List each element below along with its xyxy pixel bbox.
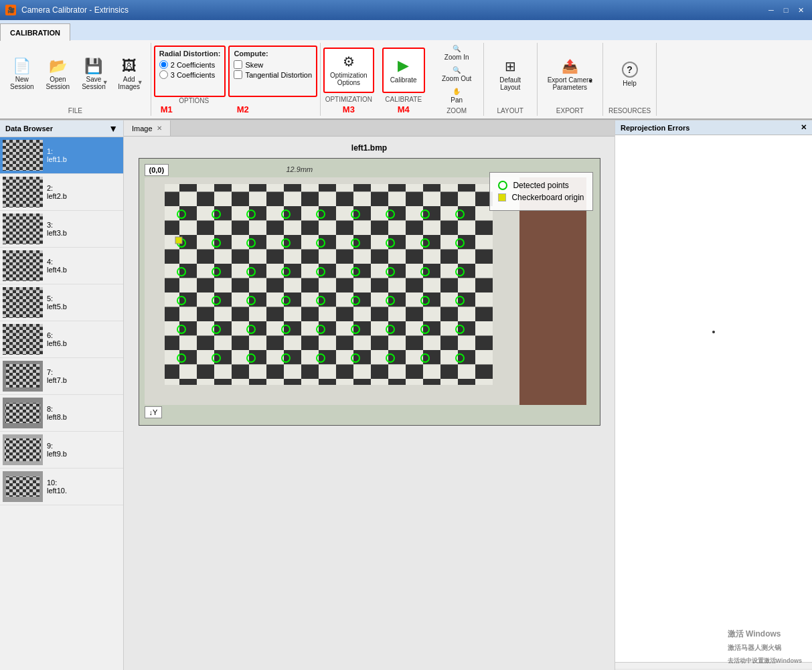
svg-rect-4 <box>3 140 43 171</box>
sidebar-thumb-8 <box>3 398 43 428</box>
sidebar: Data Browser ▼ <box>0 120 124 670</box>
zoom-buttons: 🔍 Zoom In 🔍 Zoom Out ✋ Pan <box>438 43 475 106</box>
svg-rect-8 <box>3 287 43 318</box>
svg-rect-9 <box>3 324 43 355</box>
tab-calibration[interactable]: CALIBRATION <box>0 23 70 41</box>
sidebar-label-4: 4:left4.b <box>47 258 67 274</box>
open-session-button[interactable]: 📂 OpenSession <box>42 52 75 97</box>
radial-distortion-box: Radial Distortion: 2 Coefficients 3 Coef… <box>154 46 226 97</box>
ribbon-group-file: 📄 NewSession 📂 OpenSession 💾 SaveSession… <box>0 43 151 116</box>
compute-box: Compute: Skew Tangential Distortion <box>228 46 317 97</box>
default-layout-button[interactable]: ⊞ DefaultLayout <box>494 52 526 97</box>
sidebar-item-10[interactable]: 10:left10. <box>0 469 123 505</box>
checkbox-tangential[interactable]: Tangential Distortion <box>234 70 312 79</box>
svg-rect-5 <box>3 177 43 207</box>
sidebar-label-10: 10:left10. <box>47 479 67 495</box>
save-session-button[interactable]: 💾 SaveSession ▼ <box>77 52 110 97</box>
close-button[interactable]: ✕ <box>795 4 807 16</box>
axis-label: ↓Y <box>145 406 163 418</box>
ribbon-group-options: Radial Distortion: 2 Coefficients 3 Coef… <box>151 43 321 116</box>
ann-m2: M2 <box>237 104 291 114</box>
ribbon-group-resources: ? Help RESOURCES <box>603 43 657 116</box>
compute-title: Compute: <box>234 50 312 58</box>
sidebar-scroll[interactable]: 1:left1.b 2:left2.b 3:left3.b <box>0 137 123 670</box>
sidebar-item-1[interactable]: 1:left1.b <box>0 137 123 174</box>
sidebar-item-2[interactable]: 2:left2.b <box>0 174 123 211</box>
ribbon: CALIBRATION 📄 NewSession 📂 OpenSession 💾… <box>0 20 812 120</box>
sidebar-item-9[interactable]: 9:left9.b <box>0 432 123 469</box>
options-inner: Radial Distortion: 2 Coefficients 3 Coef… <box>151 43 320 97</box>
layout-group-label: LAYOUT <box>497 106 523 116</box>
default-layout-icon: ⊞ <box>505 58 516 74</box>
scale-label: 12.9mm <box>287 165 313 173</box>
legend-square-icon <box>498 193 506 201</box>
legend-detected: Detected points <box>498 181 584 190</box>
sidebar-thumb-4 <box>3 250 43 281</box>
export-icon: 📤 <box>562 58 578 74</box>
center-panel: Image ✕ left1.bmp <box>124 120 615 670</box>
zoom-in-button[interactable]: 🔍 Zoom In <box>438 43 475 63</box>
sidebar-label-5: 5:left5.b <box>47 295 67 311</box>
checkerboard-svg <box>145 177 586 418</box>
image-title: left1.bmp <box>351 143 387 153</box>
calibrate-button[interactable]: ▶ Calibrate <box>382 48 425 93</box>
legend-origin: Checkerboard origin <box>498 193 584 202</box>
open-session-icon: 📂 <box>49 59 67 74</box>
svg-rect-80 <box>620 299 807 499</box>
new-session-icon: 📄 <box>13 59 31 74</box>
title-bar: 🎥 Camera Calibrator - Extrinsics ─ □ ✕ <box>0 0 812 20</box>
export-camera-button[interactable]: 📤 Export CameraParameters ▼ <box>543 52 597 97</box>
tab-image-close[interactable]: ✕ <box>157 124 162 132</box>
panel-tab-bar: Image ✕ <box>124 120 615 137</box>
file-buttons: 📄 NewSession 📂 OpenSession 💾 SaveSession… <box>5 43 145 106</box>
maximize-button[interactable]: □ <box>780 4 792 16</box>
help-button[interactable]: ? Help <box>614 52 646 97</box>
sidebar-thumb-9 <box>3 434 43 465</box>
sidebar-label-9: 9:left9.b <box>47 442 67 458</box>
radio-3coeff[interactable]: 3 Coefficients <box>159 70 221 79</box>
resources-group-label: RESOURCES <box>608 106 651 116</box>
coord-label: (0,0) <box>145 164 169 176</box>
sidebar-item-8[interactable]: 8:left8.b <box>0 395 123 432</box>
ribbon-group-calibrate: ▶ Calibrate CALIBRATE M4 <box>377 43 430 116</box>
pan-icon: ✋ <box>453 88 461 95</box>
pan-button[interactable]: ✋ Pan <box>438 86 475 106</box>
sidebar-item-7[interactable]: 7:left7.b <box>0 358 123 395</box>
legend-origin-label: Checkerboard origin <box>511 193 584 202</box>
sidebar-thumb-7 <box>3 361 43 392</box>
new-session-button[interactable]: 📄 NewSession <box>5 52 39 97</box>
sidebar-label-1: 1:left1.b <box>47 147 67 163</box>
svg-rect-11 <box>6 364 39 388</box>
title-bar-left: 🎥 Camera Calibrator - Extrinsics <box>5 5 129 15</box>
tab-image[interactable]: Image ✕ <box>124 120 171 136</box>
sidebar-item-4[interactable]: 4:left4.b <box>0 248 123 284</box>
reprojection-close[interactable]: ✕ <box>801 123 807 132</box>
sidebar-item-3[interactable]: 3:left3.b <box>0 211 123 248</box>
title-bar-controls: ─ □ ✕ <box>765 4 807 16</box>
checkerboard-view: (0,0) 12.9mm ↓Y Detected points <box>139 158 600 426</box>
add-images-button[interactable]: 🖼 AddImages ▼ <box>113 52 145 97</box>
legend-detected-label: Detected points <box>513 181 568 190</box>
options-group-m1-label: OPTIONS <box>154 97 234 104</box>
sidebar-label-2: 2:left2.b <box>47 184 67 200</box>
ribbon-group-export: 📤 Export CameraParameters ▼ EXPORT <box>538 43 603 116</box>
svg-rect-7 <box>3 250 43 281</box>
zoom-out-button[interactable]: 🔍 Zoom Out <box>438 64 475 84</box>
optimization-options-button[interactable]: ⚙ OptimizationOptions <box>323 48 374 93</box>
checkbox-skew[interactable]: Skew <box>234 60 312 69</box>
tab-image-label: Image <box>132 124 153 133</box>
sidebar-label-3: 3:left3.b <box>47 221 67 237</box>
optimization-group-label: OPTIMIZATION <box>325 94 372 104</box>
svg-rect-13 <box>5 403 40 423</box>
sidebar-thumb-2 <box>3 177 43 207</box>
minimize-button[interactable]: ─ <box>765 4 777 16</box>
sidebar-thumb-3 <box>3 214 43 244</box>
svg-rect-17 <box>6 477 39 497</box>
reprojection-header: Reprojection Errors ✕ <box>615 120 812 135</box>
ribbon-group-layout: ⊞ DefaultLayout LAYOUT <box>484 43 538 116</box>
sidebar-item-5[interactable]: 5:left5.b <box>0 284 123 321</box>
image-panel: left1.bmp <box>124 137 615 670</box>
sidebar-collapse-icon[interactable]: ▼ <box>108 123 118 134</box>
sidebar-item-6[interactable]: 6:left6.b <box>0 321 123 358</box>
radio-2coeff[interactable]: 2 Coefficients <box>159 60 221 69</box>
